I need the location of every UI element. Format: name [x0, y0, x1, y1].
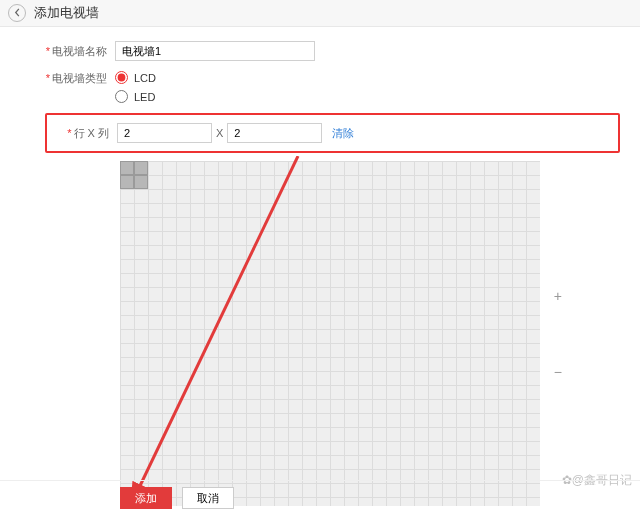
rows-input[interactable] [117, 123, 212, 143]
label-rowcol: *行 X 列 [47, 126, 117, 141]
cancel-button[interactable]: 取消 [182, 487, 234, 509]
label-type: *电视墙类型 [0, 71, 115, 86]
cols-input[interactable] [227, 123, 322, 143]
zoom-controls: + − [554, 288, 562, 380]
radio-led-label: LED [134, 91, 155, 103]
add-button[interactable]: 添加 [120, 487, 172, 509]
page-header: 添加电视墙 [0, 0, 640, 27]
grid-cell[interactable] [120, 175, 134, 189]
form-area: *电视墙名称 *电视墙类型 LCD LED *行 X 列 X 清除 [0, 27, 640, 506]
row-type: *电视墙类型 LCD LED [0, 71, 640, 103]
wall-name-input[interactable] [115, 41, 315, 61]
radio-lcd-input[interactable] [115, 71, 128, 84]
back-button[interactable] [8, 4, 26, 22]
radio-led-input[interactable] [115, 90, 128, 103]
back-arrow-icon [13, 7, 22, 19]
rowcol-highlight: *行 X 列 X 清除 [45, 113, 620, 153]
radio-lcd[interactable]: LCD [115, 71, 156, 84]
footer-bar: 添加 取消 [0, 480, 640, 515]
radio-led[interactable]: LED [115, 90, 156, 103]
grid-cell[interactable] [134, 161, 148, 175]
grid-cell[interactable] [120, 161, 134, 175]
label-name: *电视墙名称 [0, 44, 115, 59]
grid-cells [120, 161, 148, 189]
x-separator: X [216, 127, 223, 139]
grid-cell[interactable] [134, 175, 148, 189]
type-radio-group: LCD LED [115, 71, 156, 103]
zoom-in-button[interactable]: + [554, 288, 562, 304]
row-name: *电视墙名称 [0, 41, 640, 61]
zoom-out-button[interactable]: − [554, 364, 562, 380]
clear-link[interactable]: 清除 [332, 126, 354, 141]
grid-preview[interactable]: + − [120, 161, 540, 506]
radio-lcd-label: LCD [134, 72, 156, 84]
page-title: 添加电视墙 [34, 4, 99, 22]
